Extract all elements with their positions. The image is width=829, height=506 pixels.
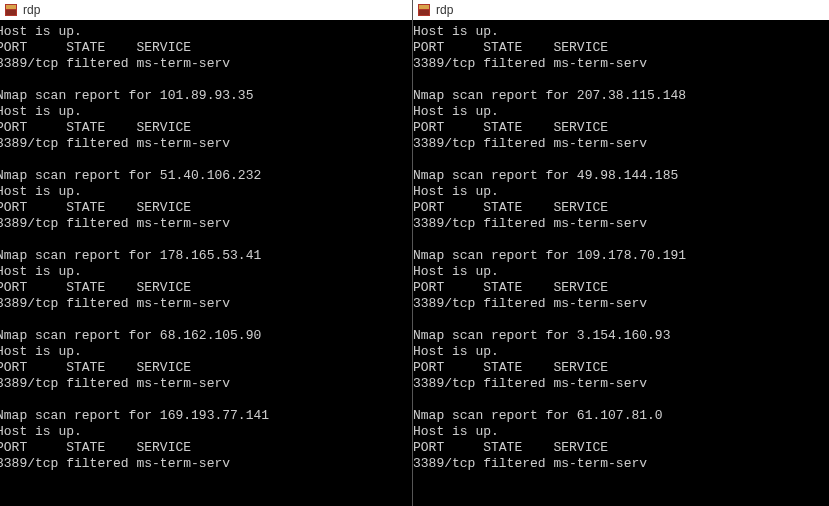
terminal-output-left[interactable]: Host is up.PORT STATE SERVICE3389/tcp fi…	[0, 20, 412, 506]
terminal-line: 3389/tcp filtered ms-term-serv	[0, 456, 412, 472]
svg-rect-4	[419, 5, 429, 9]
terminal-line	[0, 392, 412, 408]
terminal-line: 3389/tcp filtered ms-term-serv	[0, 376, 412, 392]
terminal-line: Host is up.	[413, 24, 829, 40]
terminal-line: Host is up.	[413, 104, 829, 120]
terminal-line	[0, 72, 412, 88]
terminal-line: Nmap scan report for 101.89.93.35	[0, 88, 412, 104]
terminal-line: PORT STATE SERVICE	[0, 120, 412, 136]
terminal-line: Host is up.	[413, 344, 829, 360]
terminal-line: Nmap scan report for 3.154.160.93	[413, 328, 829, 344]
terminal-line: 3389/tcp filtered ms-term-serv	[413, 296, 829, 312]
terminal-line: Host is up.	[413, 424, 829, 440]
terminal-line: 3389/tcp filtered ms-term-serv	[413, 456, 829, 472]
terminal-line	[413, 392, 829, 408]
terminal-line	[0, 152, 412, 168]
terminal-line: PORT STATE SERVICE	[0, 280, 412, 296]
terminal-line: Host is up.	[0, 344, 412, 360]
terminal-line: 3389/tcp filtered ms-term-serv	[0, 216, 412, 232]
terminal-line: 3389/tcp filtered ms-term-serv	[413, 56, 829, 72]
app-icon	[417, 3, 431, 17]
terminal-line	[0, 312, 412, 328]
terminal-output-right[interactable]: Host is up.PORT STATE SERVICE3389/tcp fi…	[413, 20, 829, 506]
terminal-line: PORT STATE SERVICE	[0, 360, 412, 376]
window-title-right: rdp	[436, 3, 453, 17]
terminal-line: 3389/tcp filtered ms-term-serv	[0, 136, 412, 152]
terminal-window-left: rdp Host is up.PORT STATE SERVICE3389/tc…	[0, 0, 413, 506]
titlebar-right[interactable]: rdp	[413, 0, 829, 20]
terminal-line: Nmap scan report for 178.165.53.41	[0, 248, 412, 264]
terminal-line: Host is up.	[413, 184, 829, 200]
terminal-line: Nmap scan report for 49.98.144.185	[413, 168, 829, 184]
terminal-line: PORT STATE SERVICE	[413, 40, 829, 56]
terminal-line: Host is up.	[0, 264, 412, 280]
terminal-line: PORT STATE SERVICE	[0, 200, 412, 216]
svg-rect-1	[6, 5, 16, 9]
window-title-left: rdp	[23, 3, 40, 17]
titlebar-left[interactable]: rdp	[0, 0, 412, 20]
terminal-line: Host is up.	[0, 104, 412, 120]
terminal-line	[413, 152, 829, 168]
terminal-line: 3389/tcp filtered ms-term-serv	[413, 136, 829, 152]
terminal-line: Nmap scan report for 61.107.81.0	[413, 408, 829, 424]
terminal-line: 3389/tcp filtered ms-term-serv	[0, 56, 412, 72]
terminal-line: PORT STATE SERVICE	[413, 280, 829, 296]
terminal-line	[413, 232, 829, 248]
terminal-line: PORT STATE SERVICE	[413, 200, 829, 216]
terminal-line: PORT STATE SERVICE	[413, 120, 829, 136]
terminal-line	[413, 312, 829, 328]
terminal-line: Nmap scan report for 207.38.115.148	[413, 88, 829, 104]
terminal-line: Nmap scan report for 68.162.105.90	[0, 328, 412, 344]
terminal-line: Nmap scan report for 109.178.70.191	[413, 248, 829, 264]
terminal-line: Host is up.	[0, 24, 412, 40]
terminal-line: PORT STATE SERVICE	[0, 440, 412, 456]
terminal-line: 3389/tcp filtered ms-term-serv	[413, 376, 829, 392]
terminal-line	[413, 72, 829, 88]
terminal-line: Nmap scan report for 169.193.77.141	[0, 408, 412, 424]
svg-rect-5	[419, 10, 429, 15]
terminal-line	[0, 232, 412, 248]
terminal-line: PORT STATE SERVICE	[413, 360, 829, 376]
terminal-window-right: rdp Host is up.PORT STATE SERVICE3389/tc…	[413, 0, 829, 506]
app-icon	[4, 3, 18, 17]
terminal-line: Host is up.	[413, 264, 829, 280]
terminal-line: Host is up.	[0, 424, 412, 440]
terminal-line: 3389/tcp filtered ms-term-serv	[413, 216, 829, 232]
terminal-line: 3389/tcp filtered ms-term-serv	[0, 296, 412, 312]
terminal-line: Host is up.	[0, 184, 412, 200]
terminal-line: Nmap scan report for 51.40.106.232	[0, 168, 412, 184]
terminal-line: PORT STATE SERVICE	[0, 40, 412, 56]
terminal-line: PORT STATE SERVICE	[413, 440, 829, 456]
svg-rect-2	[6, 10, 16, 15]
